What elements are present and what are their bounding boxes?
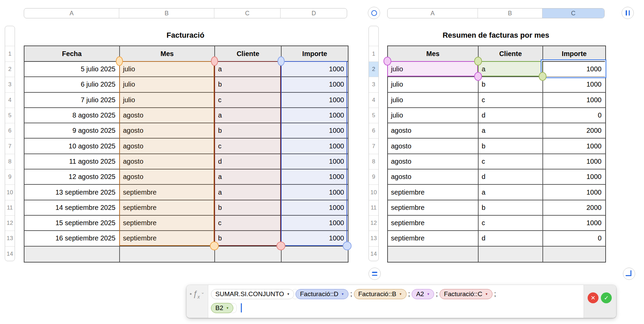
table-cell[interactable]: julio <box>388 77 479 92</box>
function-token[interactable]: SUMAR.SI.CONJUNTO▼ <box>211 289 294 299</box>
row-number-3[interactable]: 3 <box>5 77 15 92</box>
empty-cell[interactable] <box>215 247 282 262</box>
table-cell[interactable]: agosto <box>120 139 215 153</box>
table-cell[interactable]: 14 septiembre 2025 <box>24 200 120 215</box>
reference-token-Facturaci-D[interactable]: Facturació::D▼ <box>296 289 348 299</box>
table-select-handle[interactable] <box>368 7 380 19</box>
table-cell[interactable]: 2000 <box>543 123 605 138</box>
reference-token-Facturaci-B[interactable]: Facturació::B▼ <box>354 289 407 299</box>
table-cell[interactable]: d <box>215 154 282 169</box>
table-cell[interactable]: 16 septiembre 2025 <box>24 231 120 246</box>
cell-handle-top-B2[interactable] <box>474 57 482 66</box>
table-cell[interactable]: 5 julio 2025 <box>24 62 120 76</box>
row-number-3[interactable]: 3 <box>369 77 378 92</box>
range-handle-bottom-D[interactable] <box>343 241 352 250</box>
column-header-B[interactable]: B <box>119 8 214 18</box>
row-number-5[interactable]: 5 <box>369 108 378 123</box>
table-cell[interactable]: septiembre <box>388 200 479 215</box>
table-cell[interactable]: 11 agosto 2025 <box>24 154 120 169</box>
empty-cell[interactable] <box>479 247 543 262</box>
column-header-C[interactable]: C <box>214 8 281 18</box>
header-cell[interactable]: Fecha <box>24 46 120 61</box>
range-handle-bottom-B[interactable] <box>210 241 219 250</box>
table-cell[interactable]: 0 <box>543 108 605 123</box>
table-cell[interactable]: c <box>479 216 543 230</box>
row-number-4[interactable]: 4 <box>5 92 15 108</box>
table-cell[interactable]: a <box>479 123 543 138</box>
range-handle-top-C[interactable] <box>211 56 218 66</box>
table-cell[interactable]: 0 <box>543 231 605 246</box>
table-cell[interactable]: 1000 <box>543 216 605 230</box>
range-handle-bottom-C[interactable] <box>276 241 285 250</box>
table-cell[interactable]: b <box>215 200 282 215</box>
table-cell[interactable]: julio <box>120 77 215 92</box>
table-cell[interactable]: 15 septiembre 2025 <box>24 216 120 230</box>
table-cell[interactable]: agosto <box>120 108 215 123</box>
row-number-2[interactable]: 2 <box>369 61 378 77</box>
resize-table-handle[interactable] <box>623 268 635 280</box>
column-header-A[interactable]: A <box>24 8 119 18</box>
table-cell[interactable]: agosto <box>388 169 479 184</box>
table-cell[interactable]: 1000 <box>282 62 348 76</box>
row-number-14[interactable]: 14 <box>369 246 378 261</box>
row-number-8[interactable]: 8 <box>369 154 378 169</box>
table-cell[interactable]: julio <box>388 93 479 107</box>
row-number-1[interactable]: 1 <box>369 46 378 61</box>
row-number-13[interactable]: 13 <box>5 231 15 246</box>
row-number-10[interactable]: 10 <box>369 184 378 200</box>
table-cell[interactable]: 8 agosto 2025 <box>24 108 120 123</box>
empty-cell[interactable] <box>120 247 215 262</box>
row-number-12[interactable]: 12 <box>5 215 15 231</box>
row-number-4[interactable]: 4 <box>369 92 378 108</box>
table-cell[interactable]: agosto <box>120 169 215 184</box>
row-number-8[interactable]: 8 <box>5 154 15 169</box>
header-cell[interactable]: Importe <box>282 46 348 61</box>
cell-handle-top-A2[interactable] <box>383 57 391 66</box>
table-cell[interactable]: septiembre <box>120 185 215 199</box>
header-cell[interactable]: Importe <box>543 46 605 61</box>
row-number-5[interactable]: 5 <box>5 108 15 123</box>
table-cell[interactable]: 1000 <box>282 200 348 215</box>
table-cell[interactable]: c <box>215 93 282 107</box>
row-number-9[interactable]: 9 <box>5 169 15 184</box>
empty-cell[interactable] <box>388 247 479 262</box>
range-handle-top-D[interactable] <box>278 56 285 66</box>
cancel-formula-button[interactable]: ✕ <box>588 292 598 303</box>
table-cell[interactable]: d <box>479 108 543 123</box>
table-cell[interactable]: a <box>215 185 282 199</box>
table-cell[interactable]: b <box>215 123 282 138</box>
table-cell[interactable]: b <box>479 200 543 215</box>
row-number-10[interactable]: 10 <box>5 184 15 200</box>
function-button[interactable]: ƒx ⌄ <box>186 285 208 318</box>
row-number-11[interactable]: 11 <box>369 200 378 215</box>
add-column-handle[interactable] <box>622 7 634 19</box>
table-cell[interactable]: 1000 <box>282 154 348 169</box>
formula-editor[interactable]: ƒx ⌄ SUMAR.SI.CONJUNTO▼Facturació::D▼;Fa… <box>186 285 616 318</box>
column-header-B[interactable]: B <box>478 8 542 18</box>
table-cell[interactable]: julio <box>120 62 215 76</box>
row-number-1[interactable]: 1 <box>5 46 15 61</box>
table-cell[interactable]: 1000 <box>282 185 348 199</box>
table-cell[interactable]: agosto <box>388 139 479 153</box>
table-cell[interactable]: b <box>215 77 282 92</box>
table-cell[interactable]: b <box>479 139 543 153</box>
table-cell[interactable]: a <box>215 169 282 184</box>
empty-cell[interactable] <box>543 247 605 262</box>
table-cell[interactable]: agosto <box>388 154 479 169</box>
table-cell[interactable]: septiembre <box>120 200 215 215</box>
header-cell[interactable]: Cliente <box>215 46 282 61</box>
table-cell[interactable]: a <box>479 62 543 76</box>
table-cell[interactable]: agosto <box>120 123 215 138</box>
table-cell[interactable]: agosto <box>388 123 479 138</box>
header-cell[interactable]: Mes <box>120 46 215 61</box>
table-cell[interactable]: 13 septiembre 2025 <box>24 185 120 199</box>
table-cell[interactable]: 1000 <box>282 108 348 123</box>
table-cell[interactable]: septiembre <box>120 231 215 246</box>
table-cell[interactable]: a <box>215 62 282 76</box>
table-cell[interactable]: 1000 <box>282 216 348 230</box>
accept-formula-button[interactable]: ✓ <box>601 292 612 303</box>
reference-token-Facturaci-C[interactable]: Facturació::C▼ <box>440 289 493 299</box>
header-cell[interactable]: Cliente <box>479 46 543 61</box>
table-cell[interactable]: b <box>215 231 282 246</box>
table-cell[interactable]: septiembre <box>388 231 479 246</box>
